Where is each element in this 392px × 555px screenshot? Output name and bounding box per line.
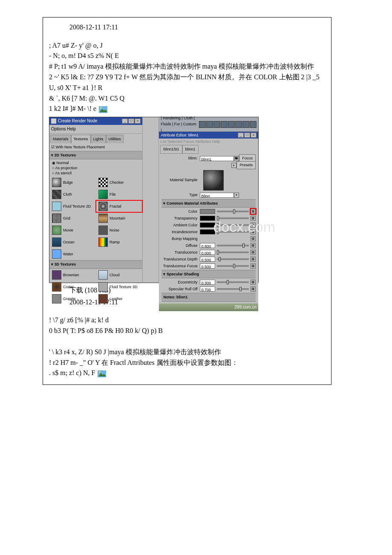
grid-icon bbox=[52, 214, 61, 223]
presets-icon[interactable]: ▸ bbox=[231, 163, 236, 168]
translucence-map-button[interactable]: ▦ bbox=[251, 250, 256, 255]
focus-icon[interactable]: ⯀ bbox=[234, 156, 239, 161]
shelf-icon[interactable] bbox=[221, 121, 228, 128]
presets-button[interactable]: Presets bbox=[236, 161, 256, 169]
dropdown-icon[interactable]: ▾ bbox=[234, 193, 239, 198]
transparency-swatch[interactable] bbox=[200, 216, 215, 221]
texture-cloud[interactable]: Cloud bbox=[96, 269, 142, 281]
mountain-icon bbox=[98, 214, 108, 223]
maximize-button[interactable]: □ bbox=[244, 133, 250, 138]
minimize-button[interactable]: _ bbox=[122, 119, 128, 124]
transdepth-slider[interactable] bbox=[217, 258, 249, 260]
diffuse-field[interactable]: 0.800 bbox=[200, 243, 215, 248]
texture-noise[interactable]: Noise bbox=[96, 224, 142, 236]
tab-utilities[interactable]: Utilities bbox=[106, 135, 124, 143]
radio-stencil[interactable]: ○ As stencil bbox=[52, 171, 140, 176]
tab-blinn1[interactable]: blinn1 bbox=[182, 145, 199, 153]
close-button[interactable]: × bbox=[251, 133, 257, 138]
rolloff-slider[interactable] bbox=[217, 288, 249, 290]
section-3d-textures[interactable]: ▾ 3D Textures bbox=[49, 260, 142, 269]
tab-textures[interactable]: Textures bbox=[71, 135, 91, 143]
transfocus-field[interactable]: 0.500 bbox=[200, 263, 215, 269]
image-placeholder-icon bbox=[99, 106, 107, 113]
transfocus-slider[interactable] bbox=[217, 265, 249, 267]
name-field[interactable]: blinn1 bbox=[200, 156, 234, 161]
minimize-button[interactable]: _ bbox=[238, 133, 244, 138]
texture-cloth[interactable]: Cloth bbox=[49, 188, 96, 200]
type-dropdown[interactable]: Blinn bbox=[200, 193, 234, 198]
texture-brownian[interactable]: Brownian bbox=[49, 269, 96, 281]
texture-grid[interactable]: Grid bbox=[49, 212, 96, 224]
watermark: 299.com.cn bbox=[159, 304, 258, 311]
texture-file[interactable]: File bbox=[96, 188, 142, 200]
tab-materials[interactable]: Materials bbox=[50, 135, 71, 143]
eccentricity-field[interactable]: 0.300 bbox=[200, 280, 215, 285]
texture-granite[interactable]: Granite bbox=[49, 293, 96, 305]
section-2d-textures[interactable]: ▾ 2D Textures bbox=[49, 151, 142, 159]
line: # P; t1 w9 A/ imaya 模拟核能量爆炸冲击波特效制作 maya … bbox=[49, 61, 325, 72]
shelf-icon[interactable] bbox=[199, 121, 206, 128]
texture-fluid3d[interactable]: Fluid Texture 3D bbox=[96, 281, 142, 293]
texture-mountain[interactable]: Mountain bbox=[96, 212, 142, 224]
shelf-tabs[interactable]: | Rendering | Cloth | Fluids | Fur | Cus… bbox=[161, 115, 198, 133]
transdepth-map-button[interactable]: ▦ bbox=[251, 257, 256, 262]
eccentricity-map-button[interactable]: ▦ bbox=[251, 280, 256, 285]
incandescence-swatch[interactable] bbox=[200, 229, 215, 234]
shelf-icon[interactable] bbox=[206, 121, 213, 128]
shelf-icon[interactable] bbox=[250, 121, 257, 128]
transparency-map-button[interactable]: ▦ bbox=[251, 216, 256, 221]
brownian-icon bbox=[52, 270, 61, 280]
radio-normal[interactable]: ◉ Normal bbox=[52, 160, 140, 165]
section-specular[interactable]: ▾ Specular Shading bbox=[161, 270, 256, 278]
ambient-map-button[interactable]: ▦ bbox=[251, 223, 256, 228]
texture-water[interactable]: Water bbox=[49, 248, 96, 260]
sample-label: Material Sample bbox=[161, 177, 200, 183]
bump-map-button[interactable]: ▦ bbox=[251, 236, 256, 241]
incandescence-slider[interactable] bbox=[217, 231, 249, 233]
maximize-button[interactable]: □ bbox=[128, 119, 134, 124]
ambient-slider[interactable] bbox=[217, 224, 249, 226]
incandescence-map-button[interactable]: ▦ bbox=[251, 229, 256, 234]
texture-leather[interactable]: Leather bbox=[96, 293, 142, 305]
tab-lights[interactable]: Lights bbox=[91, 135, 106, 143]
shelf-icon[interactable] bbox=[242, 121, 249, 128]
translucence-slider[interactable] bbox=[217, 251, 249, 253]
tab-blinn1sg[interactable]: blinn1SG bbox=[160, 145, 182, 153]
translucence-field[interactable]: 0.000 bbox=[200, 250, 215, 255]
color-swatch[interactable] bbox=[200, 209, 215, 214]
color-slider[interactable] bbox=[217, 211, 249, 212]
shelf-icon[interactable] bbox=[235, 121, 242, 128]
rolloff-field[interactable]: 0.700 bbox=[200, 286, 215, 292]
diffuse-label: Diffuse bbox=[161, 243, 200, 249]
texture-movie[interactable]: Movie bbox=[49, 224, 96, 236]
transdepth-field[interactable]: 0.500 bbox=[200, 257, 215, 262]
shelf-icon[interactable] bbox=[213, 121, 220, 128]
radio-projection[interactable]: ○ As projection bbox=[52, 165, 140, 171]
rolloff-map-button[interactable]: ▦ bbox=[251, 286, 256, 292]
diffuse-slider[interactable] bbox=[217, 245, 249, 246]
notes-section[interactable]: Notes: blinn1 bbox=[161, 293, 256, 301]
right-pane: | Rendering | Cloth | Fluids | Fur | Cus… bbox=[159, 117, 258, 283]
texture-crater[interactable]: Crater bbox=[49, 281, 96, 293]
texture-fluid2d[interactable]: Fluid Texture 2D bbox=[49, 200, 96, 212]
texture-fractal[interactable]: Fractal bbox=[96, 200, 142, 212]
texture-bulge[interactable]: Bulge bbox=[49, 176, 96, 188]
shelf-icon[interactable] bbox=[228, 121, 235, 128]
texture-checker[interactable]: Checker bbox=[96, 176, 142, 188]
texture-ocean[interactable]: Ocean bbox=[49, 236, 96, 248]
attr-menubar[interactable]: List Selected Focus Attributes Help bbox=[159, 139, 258, 144]
text-block-1: ; A7 u# Z- y' @ o, J - N; o, m! D4 s5 z%… bbox=[49, 40, 325, 115]
transparency-slider[interactable] bbox=[217, 217, 249, 219]
ambient-swatch[interactable] bbox=[200, 223, 215, 228]
texture-ramp[interactable]: Ramp bbox=[96, 236, 142, 248]
transfocus-map-button[interactable]: ▦ bbox=[251, 263, 256, 269]
menubar[interactable]: Options Help bbox=[49, 125, 142, 134]
eccentricity-slider[interactable] bbox=[217, 281, 249, 283]
color-map-button[interactable]: ▦ bbox=[251, 209, 256, 214]
diffuse-map-button[interactable]: ▦ bbox=[251, 243, 256, 248]
eccentricity-label: Eccentricity bbox=[161, 279, 200, 285]
attribute-editor: Attribute Editor: blinn1 _ □ × List Sele… bbox=[159, 132, 258, 311]
section-common-attrs[interactable]: ▾ Common Material Attributes bbox=[161, 199, 256, 208]
new-placement-checkbox[interactable]: ☑ With New Texture Placement bbox=[49, 143, 142, 151]
close-button[interactable]: × bbox=[135, 119, 141, 124]
